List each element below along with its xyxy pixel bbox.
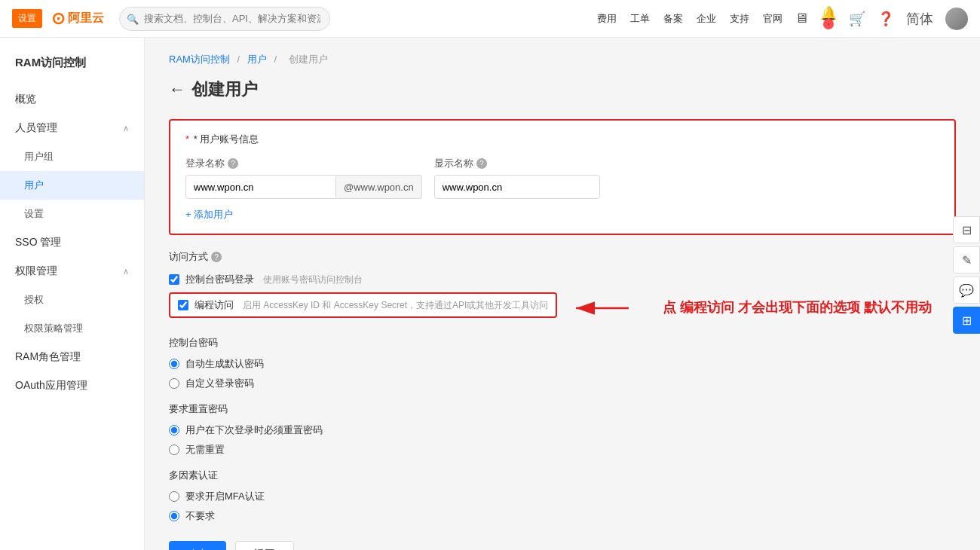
breadcrumb: RAM访问控制 / 用户 / 创建用户 — [169, 53, 956, 66]
sidebar-item-authorize[interactable]: 授权 — [0, 286, 144, 314]
auto-password-label[interactable]: 自动生成默认密码 — [185, 357, 264, 371]
right-float-edit-icon[interactable]: ✎ — [953, 246, 980, 273]
page-layout: RAM访问控制 概览 人员管理 ∧ 用户组 用户 设置 SSO 管理 权限管理 — [0, 38, 980, 550]
right-float-grid-icon[interactable]: ⊞ — [953, 307, 980, 334]
login-name-input-group: @www.wpon.cn — [185, 175, 422, 199]
program-desc: 启用 AccessKey ID 和 AccessKey Secret，支持通过A… — [243, 299, 548, 312]
monitor-icon[interactable]: 🖥 — [795, 11, 808, 26]
notification-badge: · — [823, 19, 834, 29]
search-icon: 🔍 — [127, 13, 139, 24]
language-toggle[interactable]: 简体 — [906, 10, 933, 28]
must-reset-radio[interactable] — [169, 425, 179, 435]
login-name-suffix: @www.wpon.cn — [336, 175, 422, 199]
red-arrow-icon — [572, 297, 632, 319]
sidebar-item-settings[interactable]: 设置 — [0, 200, 144, 228]
login-name-input[interactable] — [185, 175, 336, 199]
reset-password-title: 要求重置密码 — [169, 402, 956, 416]
logo-text: 阿里云 — [68, 11, 104, 26]
nav-link-support[interactable]: 支持 — [730, 12, 749, 26]
sidebar-item-oauth[interactable]: OAuth应用管理 — [0, 371, 144, 400]
notification-icon[interactable]: 🔔· — [820, 5, 837, 32]
sidebar-item-policy-management[interactable]: 权限策略管理 — [0, 314, 144, 343]
custom-password-radio[interactable] — [169, 378, 179, 389]
nav-link-fee[interactable]: 费用 — [597, 12, 617, 26]
access-method-help-icon[interactable]: ? — [211, 252, 222, 262]
display-name-input[interactable] — [434, 175, 600, 199]
cancel-button[interactable]: 返回 — [235, 541, 294, 550]
sidebar-item-people-management[interactable]: 人员管理 ∧ — [0, 114, 144, 142]
settings-badge[interactable]: 设置 — [12, 9, 42, 28]
display-name-help-icon[interactable]: ? — [476, 158, 487, 169]
confirm-button[interactable]: 确定 — [169, 541, 226, 550]
right-float-chat-icon[interactable]: 💬 — [953, 277, 980, 304]
no-mfa-label[interactable]: 不要求 — [185, 509, 215, 523]
login-name-help-icon[interactable]: ? — [228, 158, 238, 169]
custom-password-row: 自定义登录密码 — [169, 377, 956, 390]
sidebar-item-ram-role[interactable]: RAM角色管理 — [0, 343, 144, 371]
main-content: RAM访问控制 / 用户 / 创建用户 ← 创建用户 * * 用户账号信息 登录… — [145, 38, 980, 550]
right-float-screen-icon[interactable]: ⊟ — [953, 216, 980, 243]
search-input[interactable] — [119, 7, 330, 31]
logo-icon: ⊙ — [51, 9, 65, 29]
sidebar-item-user[interactable]: 用户 — [0, 171, 144, 200]
avatar[interactable] — [945, 8, 968, 30]
mfa-title: 多因素认证 — [169, 469, 956, 482]
console-label[interactable]: 控制台密码登录 — [185, 273, 254, 286]
sidebar-section: 概览 人员管理 ∧ 用户组 用户 设置 SSO 管理 权限管理 ∧ — [0, 85, 144, 400]
form-row-names: 登录名称 ? @www.wpon.cn 显示名称 ? — [185, 157, 939, 199]
access-method-title: 访问方式 ? — [169, 250, 956, 264]
title-text: 创建用户 — [191, 78, 258, 101]
program-access-row: 编程访问 启用 AccessKey ID 和 AccessKey Secret，… — [169, 292, 557, 318]
require-mfa-label[interactable]: 要求开启MFA认证 — [185, 490, 265, 503]
sidebar-item-sso[interactable]: SSO 管理 — [0, 228, 144, 257]
nav-link-record[interactable]: 备案 — [663, 12, 683, 26]
form-buttons: 确定 返回 — [169, 541, 956, 550]
login-name-label: 登录名称 ? — [185, 157, 422, 170]
top-navigation: 设置 ⊙ 阿里云 🔍 费用 工单 备案 企业 支持 官网 🖥 🔔· 🛒 ❓ 简体 — [0, 0, 980, 38]
login-name-field: 登录名称 ? @www.wpon.cn — [185, 157, 422, 199]
auto-password-row: 自动生成默认密码 — [169, 357, 956, 371]
nav-link-official[interactable]: 官网 — [763, 12, 782, 26]
console-password-section: 控制台密码 自动生成默认密码 自定义登录密码 — [169, 336, 956, 390]
sidebar-item-permission-management[interactable]: 权限管理 ∧ — [0, 257, 144, 286]
cart-icon[interactable]: 🛒 — [849, 11, 865, 27]
console-password-title: 控制台密码 — [169, 336, 956, 350]
no-reset-radio[interactable] — [169, 445, 179, 455]
sidebar-item-overview[interactable]: 概览 — [0, 85, 144, 114]
breadcrumb-user[interactable]: 用户 — [247, 53, 267, 65]
right-float-panel: ⊟ ✎ 💬 ⊞ — [953, 216, 980, 334]
breadcrumb-create: 创建用户 — [289, 53, 328, 65]
require-mfa-radio[interactable] — [169, 491, 179, 502]
program-label[interactable]: 编程访问 — [194, 298, 234, 312]
no-reset-label[interactable]: 无需重置 — [185, 443, 225, 457]
search-bar[interactable]: 🔍 — [119, 7, 330, 31]
nav-link-ticket[interactable]: 工单 — [630, 12, 650, 26]
annotation-arrow-group: 点 编程访问 才会出现下面的选项 默认不用动 — [572, 297, 932, 319]
access-method-section: 访问方式 ? 控制台密码登录 使用账号密码访问控制台 编程访问 启用 Acces… — [169, 250, 956, 324]
console-desc: 使用账号密码访问控制台 — [263, 273, 363, 286]
no-reset-row: 无需重置 — [169, 443, 956, 457]
add-user-button[interactable]: + 添加用户 — [185, 208, 939, 222]
require-mfa-row: 要求开启MFA认证 — [169, 490, 956, 503]
no-mfa-radio[interactable] — [169, 511, 179, 521]
help-icon[interactable]: ❓ — [877, 11, 894, 27]
back-button[interactable]: ← — [169, 80, 185, 99]
sidebar-title: RAM访问控制 — [0, 50, 144, 82]
mfa-section: 多因素认证 要求开启MFA认证 不要求 — [169, 469, 956, 523]
sidebar: RAM访问控制 概览 人员管理 ∧ 用户组 用户 设置 SSO 管理 权限管理 — [0, 38, 145, 550]
breadcrumb-ram[interactable]: RAM访问控制 — [169, 53, 230, 65]
console-checkbox[interactable] — [169, 274, 179, 285]
program-checkbox[interactable] — [178, 300, 188, 310]
user-info-label: * * 用户账号信息 — [185, 133, 939, 146]
chevron-up-icon: ∧ — [123, 124, 129, 133]
sidebar-item-user-group[interactable]: 用户组 — [0, 142, 144, 171]
nav-link-enterprise[interactable]: 企业 — [697, 12, 716, 26]
user-info-box: * * 用户账号信息 登录名称 ? @www.wpon.cn — [169, 119, 956, 235]
custom-password-label[interactable]: 自定义登录密码 — [185, 377, 254, 390]
annotation-text: 点 编程访问 才会出现下面的选项 默认不用动 — [663, 298, 932, 317]
must-reset-label[interactable]: 用户在下次登录时必须重置密码 — [185, 423, 323, 437]
nav-icons: 🖥 🔔· 🛒 ❓ 简体 — [795, 5, 968, 32]
auto-password-radio[interactable] — [169, 359, 179, 369]
logo: ⊙ 阿里云 — [51, 9, 104, 29]
console-access-row: 控制台密码登录 使用账号密码访问控制台 — [169, 273, 956, 286]
